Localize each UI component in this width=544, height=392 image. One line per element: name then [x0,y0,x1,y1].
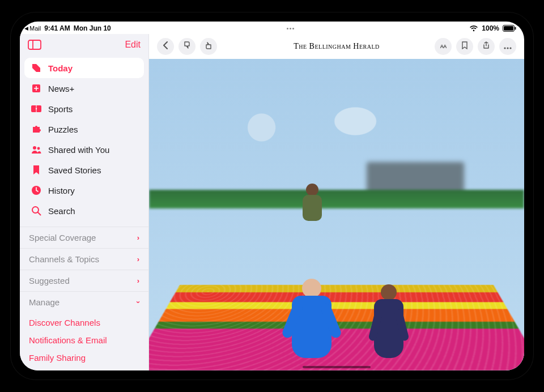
sidebar-item-today[interactable]: Today [24,58,144,78]
sidebar-sections: Special Coverage › Channels & Topics › S… [20,223,148,313]
chevron-left-icon [163,41,168,52]
edit-button[interactable]: Edit [125,40,141,50]
sidebar-item-shared[interactable]: Shared with You [24,139,144,160]
bookmark-icon [30,164,42,176]
section-channels-topics[interactable]: Channels & Topics › [20,248,148,270]
ipad-frame: ◀ Mail 9:41 AM Mon Jun 10 100% [11,12,533,380]
manage-family-sharing[interactable]: Family Sharing [29,349,139,367]
home-indicator[interactable] [303,366,371,368]
battery-percent: 100% [482,24,499,32]
section-label: Suggested [29,276,70,286]
newsplus-icon [30,82,42,95]
like-button[interactable] [200,38,217,55]
section-label: Manage [29,297,60,307]
status-bar: ◀ Mail 9:41 AM Mon Jun 10 100% [20,22,524,34]
news-icon [30,62,42,74]
sidebar-item-saved[interactable]: Saved Stories [24,160,144,180]
svg-point-15 [507,47,508,49]
back-app-label: Mail [29,25,41,32]
sidebar-item-label: History [48,186,75,195]
share-icon [483,41,490,52]
sidebar-item-label: Saved Stories [48,165,101,175]
manage-discover-channels[interactable]: Discover Channels [29,314,139,331]
ellipsis-icon [504,41,512,52]
screen: ◀ Mail 9:41 AM Mon Jun 10 100% [20,22,524,370]
back-triangle-icon: ◀ [24,25,28,31]
sidebar-item-label: Sports [48,104,73,114]
svg-rect-2 [515,27,516,30]
svg-point-16 [509,47,511,49]
manage-item-label: Discover Channels [29,318,100,327]
dislike-button[interactable] [178,38,196,55]
sidebar-item-label: Shared with You [48,145,109,155]
section-suggested[interactable]: Suggested › [20,270,148,291]
manage-item-label: Notifications & Email [29,335,107,345]
svg-line-13 [38,212,41,215]
status-date: Mon Jun 10 [74,24,111,32]
share-button[interactable] [478,38,495,55]
wifi-icon [469,25,478,32]
section-special-coverage[interactable]: Special Coverage › [20,227,148,248]
svg-point-10 [37,147,40,150]
thumbs-down-icon [183,41,191,52]
image-person-adult-2 [374,284,403,358]
image-person-adult-1 [292,279,332,358]
back-to-app[interactable]: ◀ Mail [24,25,41,32]
sidebar-toggle-icon[interactable] [28,40,41,50]
manage-notifications-email[interactable]: Notifications & Email [29,331,139,349]
shared-icon [30,143,42,156]
search-icon [30,204,42,217]
section-manage[interactable]: Manage › [20,291,148,313]
bookmark-outline-icon [462,41,468,52]
more-button[interactable] [499,38,516,55]
manage-item-label: Family Sharing [29,353,86,363]
chevron-right-icon: › [137,233,139,242]
text-size-icon: AA [440,44,447,49]
sidebar-nav: Today News+ Sports [20,58,148,221]
sidebar-item-history[interactable]: History [24,180,144,201]
sports-icon [30,103,42,115]
svg-point-9 [33,146,36,150]
status-time: 9:41 AM [44,24,70,32]
clock-icon [30,184,42,197]
sidebar-item-label: News+ [48,84,74,93]
manage-list: Discover Channels Notifications & Email … [20,313,148,368]
multitask-grabber[interactable] [287,28,294,29]
sidebar: Edit Today News+ [20,34,149,370]
section-label: Special Coverage [29,233,96,242]
chevron-right-icon: › [137,276,139,285]
article-pane: The Bellingham Herald AA [149,34,524,370]
chevron-right-icon: › [137,255,139,263]
section-label: Channels & Topics [29,254,99,264]
save-button[interactable] [456,38,473,55]
svg-rect-3 [28,40,41,49]
sidebar-item-search[interactable]: Search [24,201,144,221]
sidebar-item-label: Today [48,63,73,73]
back-button[interactable] [157,38,174,55]
sidebar-item-label: Puzzles [48,125,78,134]
svg-rect-1 [504,26,513,31]
image-person-child [303,184,322,221]
svg-point-14 [504,47,505,49]
chevron-down-icon: › [134,301,142,303]
sidebar-item-newsplus[interactable]: News+ [24,78,144,99]
sidebar-item-sports[interactable]: Sports [24,99,144,119]
battery-icon [503,25,516,32]
thumbs-up-icon [205,41,212,52]
sidebar-item-label: Search [48,206,75,216]
article-hero-image [149,59,524,370]
text-size-button[interactable]: AA [435,38,452,55]
puzzle-icon [30,123,42,135]
sidebar-item-puzzles[interactable]: Puzzles [24,119,144,139]
app: Edit Today News+ [20,34,524,370]
article-toolbar: The Bellingham Herald AA [149,34,524,59]
